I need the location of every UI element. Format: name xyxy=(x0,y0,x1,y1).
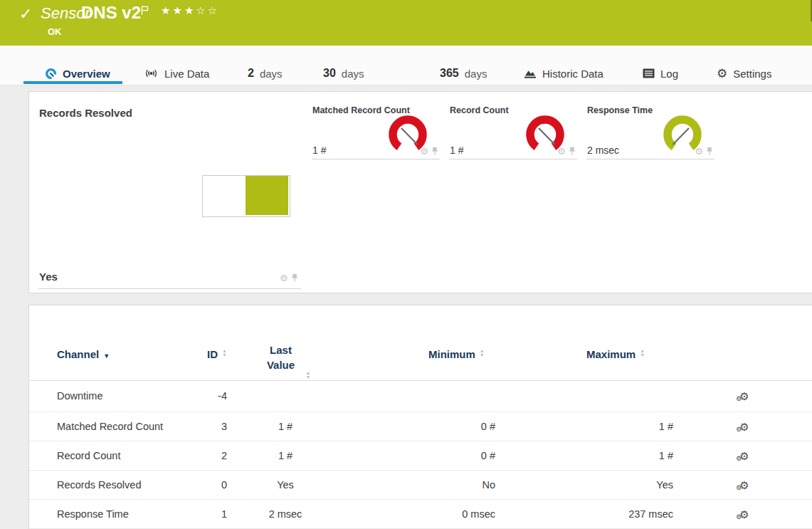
cell-channel: Response Time xyxy=(57,500,129,528)
stars-empty: ☆☆ xyxy=(196,4,219,16)
cell-minimum: No xyxy=(399,471,495,499)
log-list-icon xyxy=(643,68,655,78)
tab-live-data[interactable]: Live Data xyxy=(144,63,209,84)
records-resolved-chart[interactable] xyxy=(202,175,290,217)
cell-channel: Record Count xyxy=(57,441,120,470)
tab-historic-data[interactable]: Historic Data xyxy=(524,63,603,84)
prtg-sensor-page: ✓ Sensor DNS v2 ★★★☆☆ OK Overview Live D… xyxy=(0,0,812,529)
gauge-needle xyxy=(401,128,418,145)
tab-number: 365 xyxy=(440,67,459,80)
tab-365-days[interactable]: 365days xyxy=(440,63,487,84)
sort-icon: ▲▼ xyxy=(640,349,645,357)
cell-channel: Matched Record Count xyxy=(57,412,163,441)
featured-channel-value: Yes xyxy=(39,271,58,283)
tab-label: days xyxy=(342,68,364,80)
stars-filled: ★★★ xyxy=(161,4,196,16)
column-header-last-value[interactable]: Last Value▲▼ xyxy=(243,342,328,379)
cell-maximum: Yes xyxy=(577,471,673,499)
cell-minimum: 0 # xyxy=(399,441,495,470)
gauge-title: Record Count xyxy=(450,105,509,115)
channel-gear-icon[interactable]: ⚙ xyxy=(420,147,428,156)
cell-maximum: 1 # xyxy=(577,441,673,470)
divider xyxy=(449,159,577,159)
pin-icon[interactable] xyxy=(706,147,713,156)
table-row: Downtime -4 ⚙⚙ xyxy=(29,380,812,412)
gauge-needle xyxy=(539,128,555,145)
tab-label: days xyxy=(260,68,283,80)
cell-minimum xyxy=(399,380,495,412)
tab-label: Overview xyxy=(63,68,110,80)
cell-maximum: 237 msec xyxy=(577,500,673,528)
gauge-title: Matched Record Count xyxy=(312,105,410,115)
sort-icon: ▲▼ xyxy=(222,349,227,357)
sensor-header: ✓ Sensor DNS v2 ★★★☆☆ OK xyxy=(0,0,812,46)
pin-icon[interactable] xyxy=(431,147,438,156)
tab-30-days[interactable]: 30days xyxy=(323,63,364,84)
channel-settings-gear-icon[interactable]: ⚙⚙ xyxy=(730,471,759,499)
column-header-channel[interactable]: Channel▼ xyxy=(57,348,110,360)
cell-id: 2 xyxy=(181,441,227,470)
tab-number: 30 xyxy=(323,67,336,80)
priority-stars[interactable]: ★★★☆☆ xyxy=(161,4,219,17)
cell-last-value: 1 # xyxy=(243,441,328,470)
cell-maximum xyxy=(577,380,673,412)
table-row: Matched Record Count 3 1 # 0 # 1 # ⚙⚙ xyxy=(29,412,812,441)
table-row: Response Time 1 2 msec 0 msec 237 msec ⚙… xyxy=(29,500,812,529)
live-broadcast-icon xyxy=(144,68,159,79)
channel-settings-gear-icon[interactable]: ⚙⚙ xyxy=(730,441,759,470)
sort-desc-icon: ▼ xyxy=(103,352,110,360)
tab-label: days xyxy=(465,68,487,80)
cell-last-value: 1 # xyxy=(243,412,328,441)
cell-channel: Downtime xyxy=(57,380,102,412)
gauge-matched-record-count[interactable]: Matched Record Count 1 # ⚙ xyxy=(312,105,440,159)
channel-gear-icon[interactable]: ⚙ xyxy=(280,273,288,283)
gauge-value: 1 # xyxy=(450,145,463,156)
divider xyxy=(312,159,440,159)
area-chart-icon xyxy=(524,68,537,79)
cell-id: 3 xyxy=(181,412,227,441)
status-badge: OK xyxy=(48,26,62,37)
pin-icon[interactable] xyxy=(291,273,298,283)
tab-label: Log xyxy=(660,68,678,80)
channel-table-panel: Channel▼ ID▲▼ Last Value▲▼ Minimum▲▼ Max… xyxy=(28,305,812,529)
channel-gear-icon[interactable]: ⚙ xyxy=(695,147,703,156)
cell-id: -4 xyxy=(181,380,227,412)
channel-gear-icon[interactable]: ⚙ xyxy=(557,147,566,156)
cell-maximum: 1 # xyxy=(577,412,673,441)
status-ok-check-icon: ✓ xyxy=(19,5,32,23)
cell-id: 1 xyxy=(181,500,227,528)
table-row: Records Resolved 0 Yes No Yes ⚙⚙ xyxy=(29,471,812,500)
overview-panel: Records Resolved Yes ⚙ Matched Record Co… xyxy=(28,91,812,293)
pin-icon[interactable] xyxy=(569,147,576,156)
channel-settings-gear-icon[interactable]: ⚙⚙ xyxy=(730,412,759,441)
gear-icon: ⚙ xyxy=(717,66,727,81)
tab-2-days[interactable]: 2days xyxy=(248,63,283,84)
gauge-icon xyxy=(45,68,57,80)
sort-icon: ▲▼ xyxy=(480,349,485,357)
tab-bar: Overview Live Data 2days 30days 365days … xyxy=(0,46,812,85)
channel-settings-gear-icon[interactable]: ⚙⚙ xyxy=(730,500,759,528)
gauge-record-count[interactable]: Record Count 1 # ⚙ xyxy=(449,105,577,159)
gauge-title: Response Time xyxy=(587,105,653,115)
tab-number: 2 xyxy=(248,67,254,80)
gauge-value: 2 msec xyxy=(587,145,619,156)
tab-settings[interactable]: ⚙ Settings xyxy=(717,63,771,84)
active-tab-underline xyxy=(23,81,122,84)
featured-channel-title: Records Resolved xyxy=(39,107,132,119)
sensor-name: DNS v2 xyxy=(81,3,141,23)
tab-label: Historic Data xyxy=(542,68,603,80)
column-header-maximum[interactable]: Maximum▲▼ xyxy=(586,348,645,360)
cell-last-value: 2 msec xyxy=(243,500,328,528)
gauge-value: 1 # xyxy=(312,145,326,156)
sort-icon: ▲▼ xyxy=(306,371,311,379)
column-header-id[interactable]: ID▲▼ xyxy=(181,348,227,360)
divider xyxy=(586,159,715,159)
tab-label: Live Data xyxy=(164,68,209,80)
cell-channel: Records Resolved xyxy=(57,471,141,499)
flag-icon[interactable] xyxy=(141,5,149,18)
tab-log[interactable]: Log xyxy=(643,63,678,84)
gauge-response-time[interactable]: Response Time 2 msec ⚙ xyxy=(586,105,715,159)
cell-id: 0 xyxy=(181,471,227,499)
column-header-minimum[interactable]: Minimum▲▼ xyxy=(428,348,485,360)
channel-settings-gear-icon[interactable]: ⚙⚙ xyxy=(730,380,759,412)
